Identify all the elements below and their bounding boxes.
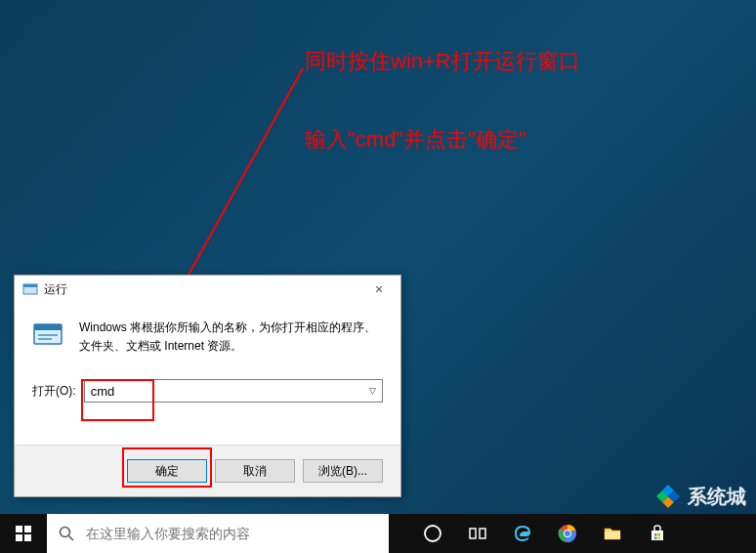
- open-input[interactable]: [84, 379, 383, 403]
- cancel-button[interactable]: 取消: [215, 459, 295, 483]
- watermark: 系统城: [654, 483, 746, 510]
- run-dialog-icon: [32, 319, 65, 352]
- task-view-icon: [468, 524, 487, 543]
- watermark-logo-icon: [654, 483, 682, 510]
- store-button[interactable]: [635, 514, 680, 553]
- svg-point-18: [425, 526, 441, 541]
- dropdown-icon[interactable]: ▽: [363, 381, 381, 401]
- svg-point-23: [565, 531, 570, 536]
- svg-rect-19: [470, 529, 476, 538]
- svg-rect-6: [38, 334, 58, 336]
- svg-rect-5: [34, 324, 62, 330]
- svg-rect-15: [24, 534, 31, 541]
- dialog-title: 运行: [44, 281, 67, 298]
- dialog-titlebar[interactable]: 运行 ×: [15, 276, 400, 303]
- start-button[interactable]: [0, 514, 47, 553]
- windows-logo-icon: [16, 526, 31, 541]
- chrome-icon: [558, 524, 577, 543]
- edge-button[interactable]: [500, 514, 545, 553]
- svg-rect-14: [16, 534, 22, 541]
- search-icon: [59, 526, 74, 541]
- explorer-button[interactable]: [590, 514, 635, 553]
- search-input[interactable]: [86, 526, 377, 541]
- svg-rect-13: [24, 526, 31, 532]
- svg-rect-24: [605, 532, 620, 539]
- open-label: 打开(O):: [32, 383, 76, 400]
- dialog-button-row: 确定 取消 浏览(B)...: [15, 445, 400, 496]
- svg-rect-20: [480, 529, 485, 538]
- dialog-description: Windows 将根据你所输入的名称，为你打开相应的程序、文件夹、文档或 Int…: [79, 319, 383, 356]
- annotation-text-2: 输入"cmd"并点击"确定": [305, 125, 526, 154]
- run-dialog: 运行 × Windows 将根据你所输入的名称，为你打开相应的程序、文件夹、文档…: [14, 275, 401, 497]
- chrome-button[interactable]: [545, 514, 590, 553]
- svg-rect-27: [654, 537, 657, 540]
- browse-button[interactable]: 浏览(B)...: [303, 459, 383, 483]
- svg-point-16: [61, 528, 70, 537]
- svg-line-17: [69, 536, 74, 541]
- taskbar: [0, 514, 756, 553]
- svg-rect-12: [16, 526, 22, 532]
- ok-button[interactable]: 确定: [127, 459, 207, 483]
- cortana-button[interactable]: [410, 514, 455, 553]
- close-button[interactable]: ×: [361, 277, 397, 301]
- svg-rect-28: [658, 537, 661, 540]
- cortana-icon: [423, 524, 442, 543]
- task-view-button[interactable]: [455, 514, 500, 553]
- watermark-text: 系统城: [688, 484, 746, 510]
- store-icon: [648, 524, 667, 543]
- run-titlebar-icon: [22, 281, 38, 297]
- taskbar-search[interactable]: [47, 514, 389, 553]
- folder-icon: [603, 524, 622, 543]
- svg-rect-25: [654, 533, 657, 536]
- svg-rect-7: [38, 338, 52, 340]
- svg-rect-3: [23, 284, 37, 287]
- svg-rect-26: [658, 533, 661, 536]
- edge-icon: [513, 524, 532, 543]
- annotation-text-1: 同时按住win+R打开运行窗口: [305, 47, 580, 76]
